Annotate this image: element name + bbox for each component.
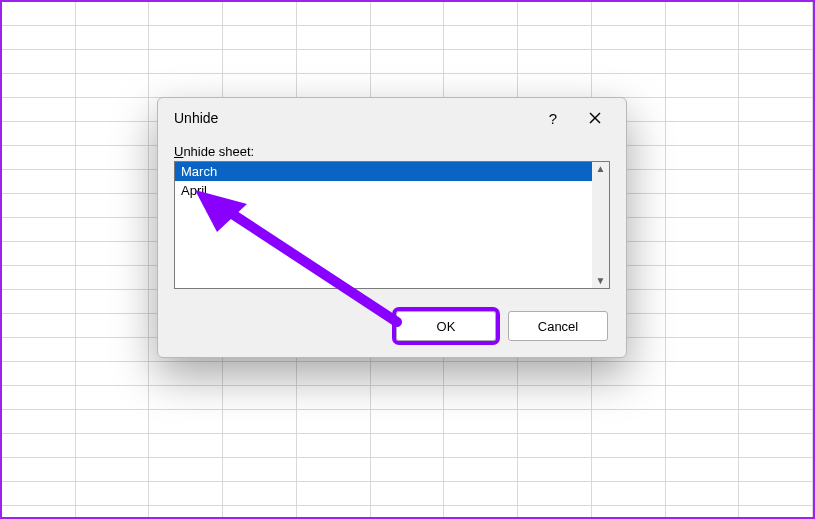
cell[interactable] bbox=[371, 386, 445, 410]
cell[interactable] bbox=[76, 74, 150, 98]
cell[interactable] bbox=[739, 266, 813, 290]
cell[interactable] bbox=[2, 26, 76, 50]
cell[interactable] bbox=[76, 98, 150, 122]
cell[interactable] bbox=[666, 26, 740, 50]
cell[interactable] bbox=[444, 386, 518, 410]
cell[interactable] bbox=[444, 482, 518, 506]
cell[interactable] bbox=[666, 458, 740, 482]
cell[interactable] bbox=[76, 242, 150, 266]
cell[interactable] bbox=[149, 410, 223, 434]
cell[interactable] bbox=[76, 506, 150, 519]
cell[interactable] bbox=[592, 362, 666, 386]
cell[interactable] bbox=[592, 2, 666, 26]
cell[interactable] bbox=[371, 26, 445, 50]
cell[interactable] bbox=[223, 26, 297, 50]
cell[interactable] bbox=[76, 26, 150, 50]
sheet-listbox[interactable]: March April ▲ ▼ bbox=[174, 161, 610, 289]
cell[interactable] bbox=[739, 74, 813, 98]
cell[interactable] bbox=[149, 26, 223, 50]
cell[interactable] bbox=[149, 506, 223, 519]
cell[interactable] bbox=[739, 338, 813, 362]
scrollbar[interactable]: ▲ ▼ bbox=[592, 162, 609, 288]
cell[interactable] bbox=[371, 482, 445, 506]
cell[interactable] bbox=[76, 170, 150, 194]
cell[interactable] bbox=[2, 506, 76, 519]
cell[interactable] bbox=[76, 314, 150, 338]
cell[interactable] bbox=[371, 74, 445, 98]
cell[interactable] bbox=[444, 362, 518, 386]
cell[interactable] bbox=[76, 482, 150, 506]
ok-button[interactable]: OK bbox=[396, 311, 496, 341]
cell[interactable] bbox=[297, 434, 371, 458]
cell[interactable] bbox=[739, 410, 813, 434]
cell[interactable] bbox=[149, 386, 223, 410]
cell[interactable] bbox=[76, 386, 150, 410]
cell[interactable] bbox=[592, 458, 666, 482]
cell[interactable] bbox=[592, 26, 666, 50]
cell[interactable] bbox=[297, 458, 371, 482]
cell[interactable] bbox=[371, 2, 445, 26]
cell[interactable] bbox=[76, 434, 150, 458]
cell[interactable] bbox=[297, 74, 371, 98]
cell[interactable] bbox=[666, 98, 740, 122]
cell[interactable] bbox=[149, 434, 223, 458]
cell[interactable] bbox=[518, 2, 592, 26]
cell[interactable] bbox=[518, 74, 592, 98]
cell[interactable] bbox=[371, 434, 445, 458]
cell[interactable] bbox=[297, 26, 371, 50]
cell[interactable] bbox=[592, 74, 666, 98]
cell[interactable] bbox=[223, 434, 297, 458]
cell[interactable] bbox=[518, 386, 592, 410]
cell[interactable] bbox=[2, 314, 76, 338]
cell[interactable] bbox=[223, 482, 297, 506]
cell[interactable] bbox=[444, 2, 518, 26]
cell[interactable] bbox=[297, 506, 371, 519]
cell[interactable] bbox=[2, 386, 76, 410]
cell[interactable] bbox=[444, 458, 518, 482]
cell[interactable] bbox=[223, 386, 297, 410]
cell[interactable] bbox=[2, 170, 76, 194]
cell[interactable] bbox=[76, 362, 150, 386]
cell[interactable] bbox=[666, 362, 740, 386]
cell[interactable] bbox=[223, 458, 297, 482]
cell[interactable] bbox=[666, 242, 740, 266]
cell[interactable] bbox=[2, 218, 76, 242]
cell[interactable] bbox=[739, 242, 813, 266]
cell[interactable] bbox=[2, 338, 76, 362]
cell[interactable] bbox=[518, 26, 592, 50]
cell[interactable] bbox=[518, 362, 592, 386]
cell[interactable] bbox=[76, 410, 150, 434]
cell[interactable] bbox=[518, 410, 592, 434]
cell[interactable] bbox=[2, 98, 76, 122]
cell[interactable] bbox=[592, 434, 666, 458]
cell[interactable] bbox=[739, 290, 813, 314]
cell[interactable] bbox=[76, 146, 150, 170]
cell[interactable] bbox=[2, 50, 76, 74]
cell[interactable] bbox=[76, 290, 150, 314]
cell[interactable] bbox=[739, 362, 813, 386]
cancel-button[interactable]: Cancel bbox=[508, 311, 608, 341]
cell[interactable] bbox=[444, 434, 518, 458]
cell[interactable] bbox=[444, 410, 518, 434]
cell[interactable] bbox=[2, 74, 76, 98]
cell[interactable] bbox=[76, 122, 150, 146]
cell[interactable] bbox=[2, 122, 76, 146]
cell[interactable] bbox=[2, 410, 76, 434]
cell[interactable] bbox=[149, 482, 223, 506]
cell[interactable] bbox=[666, 290, 740, 314]
cell[interactable] bbox=[666, 434, 740, 458]
cell[interactable] bbox=[2, 458, 76, 482]
cell[interactable] bbox=[739, 482, 813, 506]
cell[interactable] bbox=[592, 506, 666, 519]
cell[interactable] bbox=[297, 362, 371, 386]
cell[interactable] bbox=[666, 122, 740, 146]
cell[interactable] bbox=[444, 506, 518, 519]
cell[interactable] bbox=[739, 434, 813, 458]
cell[interactable] bbox=[223, 410, 297, 434]
cell[interactable] bbox=[76, 266, 150, 290]
cell[interactable] bbox=[2, 146, 76, 170]
cell[interactable] bbox=[444, 74, 518, 98]
cell[interactable] bbox=[371, 506, 445, 519]
cell[interactable] bbox=[739, 386, 813, 410]
cell[interactable] bbox=[2, 242, 76, 266]
